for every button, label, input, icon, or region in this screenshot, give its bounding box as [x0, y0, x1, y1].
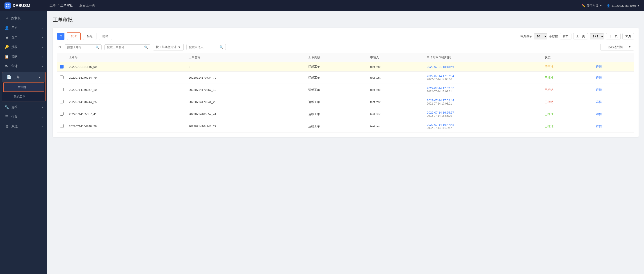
cell-applicant: test test [368, 120, 424, 132]
detail-link[interactable]: 详情 [596, 88, 602, 92]
first-page-button[interactable]: 首页 [560, 33, 572, 40]
cell-applicant: test test [368, 62, 424, 72]
cell-checkbox[interactable] [57, 96, 66, 108]
page-info-select[interactable]: 1 / 1 [590, 33, 604, 40]
check-all-icon: □ [60, 34, 62, 38]
cell-order-id: 20220714164748_29 [66, 120, 186, 132]
cell-checkbox[interactable] [57, 120, 66, 132]
cell-action[interactable]: 详情 [593, 96, 634, 108]
col-applicant: 申请人 [368, 53, 424, 62]
reject-button[interactable]: 拒绝 [83, 33, 96, 40]
check-all-button[interactable]: □ [57, 33, 64, 40]
sidebar-item-workorder-approval[interactable]: 工单审批 [4, 83, 44, 92]
detail-link[interactable]: 详情 [596, 100, 602, 104]
cell-checkbox[interactable] [57, 84, 66, 96]
sidebar-item-tasks[interactable]: ☰ 任务 › [0, 112, 47, 122]
system-icon: ⚙ [4, 124, 9, 129]
cell-status: 已拒绝 [542, 84, 593, 96]
logo: DASUSM [4, 2, 50, 9]
cell-action[interactable]: 详情 [593, 62, 634, 72]
cell-time: 2022-07-14 17:02:44 2022-07-14 17:03:21 [424, 96, 542, 108]
svg-rect-2 [6, 6, 8, 8]
filter-type-button[interactable]: 按工单类型过滤 ▼ [153, 44, 184, 50]
search-order-input[interactable] [67, 46, 94, 49]
detail-link[interactable]: 详情 [596, 76, 602, 79]
right-actions: ✏️ 使用向导 ▼ 👤 110203372584960 ▼ [582, 4, 640, 8]
policy-icon: 📋 [4, 54, 9, 59]
checkbox[interactable] [60, 124, 64, 128]
cell-status: 已批准 [542, 120, 593, 132]
checkbox-checked[interactable]: ✓ [60, 65, 64, 68]
cell-order-name: 20220714164748_29 [186, 120, 306, 132]
per-page-select[interactable]: 20 50 100 [534, 33, 547, 40]
status-filter-chevron-icon: ▼ [628, 45, 631, 48]
sidebar-item-workorder[interactable]: 📄 工单 ∨ [2, 72, 45, 82]
col-checkbox [57, 53, 66, 62]
sidebar-item-audit[interactable]: 👁 审计 › [0, 62, 47, 71]
breadcrumb-workorder[interactable]: 工单 [50, 4, 56, 8]
tasks-chevron-icon: › [42, 116, 43, 118]
sidebar-item-ops[interactable]: 🔧 运维 › [0, 102, 47, 112]
status-badge: 已拒绝 [545, 100, 554, 104]
search-order-wrap: 🔍 [65, 44, 102, 50]
status-filter-button[interactable]: 按状态过滤 ▼ [600, 44, 634, 50]
sidebar-item-assets[interactable]: 🖥 资产 › [0, 33, 47, 42]
auth-chevron-icon: › [42, 46, 43, 48]
sidebar-item-dashboard[interactable]: 🖥 控制板 [0, 14, 47, 23]
col-action [593, 53, 634, 62]
detail-link[interactable]: 详情 [596, 112, 602, 116]
workorder-approval-label: 工单审批 [15, 86, 26, 89]
tasks-icon: ☰ [4, 115, 9, 119]
work-order-table: 工单号 工单名称 工单类型 申请人 申请时间/审批时间 状态 ✓ 2022072… [57, 53, 634, 132]
cancel-button[interactable]: 撤销 [99, 33, 112, 40]
workorder-icon: 📄 [7, 75, 11, 79]
sidebar-item-policy[interactable]: 📋 策略 › [0, 52, 47, 62]
user-label: 110203372584960 [612, 4, 636, 8]
checkbox[interactable] [60, 76, 64, 79]
detail-link[interactable]: 详情 [596, 65, 602, 68]
checkbox[interactable] [60, 112, 64, 116]
sidebar-item-system[interactable]: ⚙ 系统 › [0, 122, 47, 131]
sidebar: 🖥 控制板 👤 用户 › 🖥 资产 › 🔑 授权 › 📋 策略 › 👁 审计 › [0, 11, 47, 274]
cell-order-id: 20220714165557_41 [66, 108, 186, 120]
back-link[interactable]: 返回上一页 [79, 4, 95, 8]
user-button[interactable]: 👤 110203372584960 ▼ [606, 4, 640, 8]
cell-order-name: 20220714170257_10 [186, 84, 306, 96]
checkbox[interactable] [60, 100, 64, 104]
per-page-label: 每页显示 [520, 34, 532, 38]
table-body: ✓ 20220721181846_99 2 运维工单 test test 202… [57, 62, 634, 132]
cell-order-type: 运维工单 [306, 108, 368, 120]
pencil-icon: ✏️ [582, 4, 586, 8]
sidebar-item-auth[interactable]: 🔑 授权 › [0, 42, 47, 52]
last-page-button[interactable]: 末页 [622, 33, 634, 40]
assets-icon: 🖥 [4, 36, 9, 40]
cell-action[interactable]: 详情 [593, 72, 634, 84]
cell-order-id: 20220714170734_79 [66, 72, 186, 84]
table-row: ✓ 20220721181846_99 2 运维工单 test test 202… [57, 62, 634, 72]
col-time: 申请时间/审批时间 [424, 53, 542, 62]
sidebar-item-my-workorder[interactable]: 我的工单 [2, 92, 45, 101]
sidebar-item-users[interactable]: 👤 用户 › [0, 23, 47, 33]
next-page-button[interactable]: 下一页 [606, 33, 620, 40]
refresh-button[interactable]: ↻ [57, 44, 62, 50]
cell-action[interactable]: 详情 [593, 120, 634, 132]
cell-checkbox[interactable]: ✓ [57, 62, 66, 72]
prev-page-button[interactable]: 上一页 [573, 33, 588, 40]
sidebar-label-dashboard: 控制板 [11, 16, 21, 20]
search-applicant-input[interactable] [189, 46, 218, 49]
cell-checkbox[interactable] [57, 72, 66, 84]
workorder-submenu: 工单审批 我的工单 [2, 82, 45, 101]
cell-checkbox[interactable] [57, 108, 66, 120]
detail-link[interactable]: 详情 [596, 124, 602, 128]
users-chevron-icon: › [42, 26, 43, 29]
cell-order-type: 运维工单 [306, 84, 368, 96]
checkbox[interactable] [60, 88, 64, 91]
search-name-wrap: 🔍 [104, 44, 150, 50]
cell-applicant: test test [368, 72, 424, 84]
approve-button[interactable]: 批准 [67, 32, 81, 40]
cell-action[interactable]: 详情 [593, 108, 634, 120]
search-name-input[interactable] [107, 46, 143, 49]
guide-button[interactable]: ✏️ 使用向导 ▼ [582, 4, 602, 8]
search-name-icon: 🔍 [144, 46, 148, 49]
cell-action[interactable]: 详情 [593, 84, 634, 96]
